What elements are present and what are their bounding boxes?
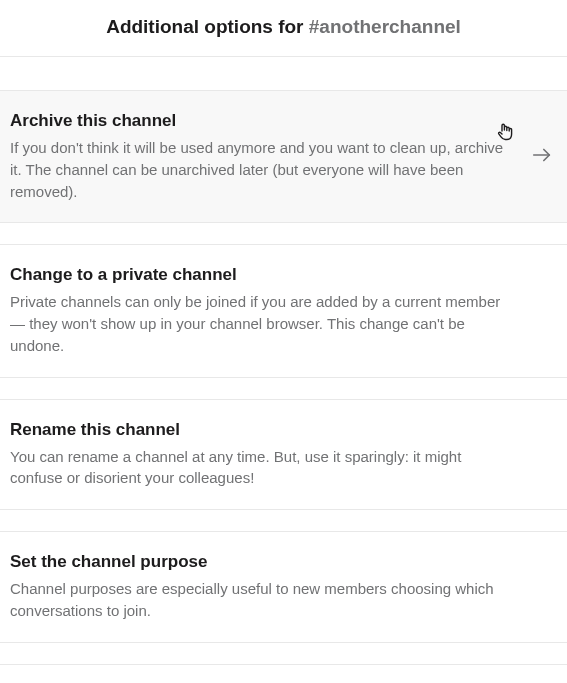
dialog-header: Additional options for #anotherchannel	[0, 0, 567, 57]
option-rename-channel[interactable]: Rename this channel You can rename a cha…	[0, 399, 567, 511]
option-description: Private channels can only be joined if y…	[10, 291, 507, 356]
arrow-right-icon	[531, 144, 553, 170]
spacer	[0, 57, 567, 91]
option-title: Rename this channel	[10, 420, 507, 440]
option-archive-channel[interactable]: Archive this channel If you don't think …	[0, 90, 567, 223]
spacer	[0, 223, 567, 245]
option-title: Change to a private channel	[10, 265, 507, 285]
option-title: Archive this channel	[10, 111, 507, 131]
title-prefix: Additional options for	[106, 16, 309, 37]
option-delete-channel[interactable]: Delete this channel Deleting a channel w…	[0, 664, 567, 684]
channel-name: #anotherchannel	[309, 16, 461, 37]
option-description: You can rename a channel at any time. Bu…	[10, 446, 507, 490]
option-description: If you don't think it will be used anymo…	[10, 137, 507, 202]
option-change-private[interactable]: Change to a private channel Private chan…	[0, 244, 567, 377]
dialog-title: Additional options for #anotherchannel	[106, 16, 461, 37]
option-set-purpose[interactable]: Set the channel purpose Channel purposes…	[0, 531, 567, 643]
option-description: Channel purposes are especially useful t…	[10, 578, 507, 622]
option-title: Set the channel purpose	[10, 552, 507, 572]
spacer	[0, 510, 567, 532]
spacer	[0, 378, 567, 400]
spacer	[0, 643, 567, 665]
